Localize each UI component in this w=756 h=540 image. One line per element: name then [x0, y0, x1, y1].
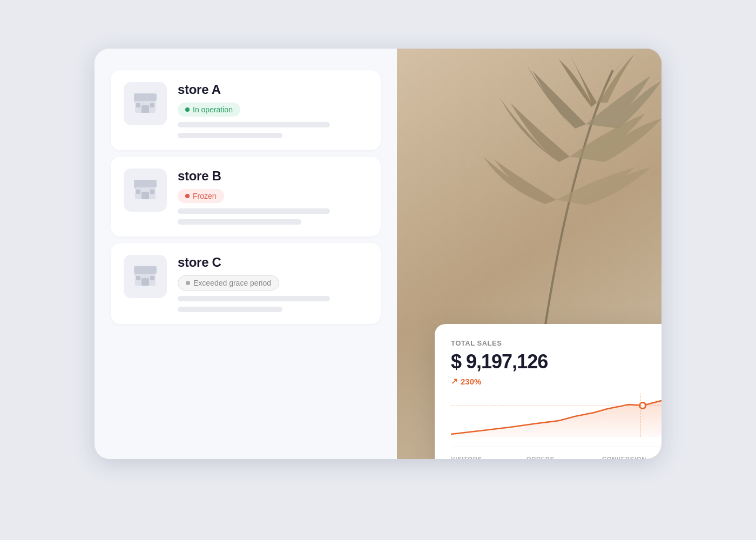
store-icon-c: [124, 255, 167, 298]
skeleton-5: [178, 296, 330, 301]
svg-rect-7: [141, 192, 149, 199]
metric-conversion: CONVERSION 17.06%: [602, 456, 662, 459]
skeleton-3: [178, 208, 330, 214]
growth-pct: 230%: [461, 377, 481, 386]
store-icon-a: [124, 82, 167, 125]
svg-rect-8: [136, 190, 140, 194]
growth-indicator: ↗ 230%: [451, 376, 662, 386]
store-a-status-dot: [185, 107, 190, 112]
store-b-status-dot: [185, 194, 190, 198]
outer-wrapper: store A In operation: [81, 49, 675, 491]
growth-arrow-icon: ↗: [451, 376, 458, 386]
store-list-panel: store A In operation: [94, 49, 397, 459]
store-a-info: store A In operation: [178, 82, 368, 138]
svg-rect-14: [150, 276, 154, 280]
store-c-info: store C Exceeded grace period: [178, 255, 368, 312]
reference-line-v: [640, 394, 641, 437]
svg-rect-13: [136, 276, 140, 280]
main-card: store A In operation: [94, 49, 662, 459]
store-b-name: store B: [178, 168, 368, 184]
skeleton-2: [178, 133, 282, 138]
store-c-name: store C: [178, 255, 368, 270]
svg-rect-12: [141, 278, 149, 286]
reference-line-h: [451, 406, 662, 406]
store-c-status: Exceeded grace period: [178, 275, 279, 291]
skeleton-4: [178, 219, 301, 225]
sales-chart: [451, 394, 662, 437]
store-b-status: Frozen: [178, 189, 224, 203]
svg-rect-10: [134, 266, 157, 274]
metric-visitors: VISITORS 8,102,789: [451, 456, 526, 459]
svg-rect-5: [134, 180, 157, 187]
image-panel: Total Sales $ 9,197,126 ↗ 230%: [397, 49, 662, 459]
conversion-label: CONVERSION: [602, 456, 662, 459]
svg-rect-2: [141, 105, 149, 113]
orders-label: ORDERS: [526, 456, 602, 459]
svg-rect-0: [134, 93, 157, 101]
svg-rect-9: [150, 190, 154, 194]
store-item-c[interactable]: store C Exceeded grace period: [111, 243, 381, 324]
stats-title: Total Sales: [451, 339, 662, 347]
store-a-name: store A: [178, 82, 368, 97]
store-c-status-dot: [186, 281, 190, 285]
visitors-label: VISITORS: [451, 456, 526, 459]
skeleton-1: [178, 122, 330, 127]
total-sales-value: $ 9,197,126: [451, 350, 662, 373]
svg-rect-3: [136, 103, 140, 107]
store-item-b[interactable]: store B Frozen: [111, 157, 381, 237]
store-item-a[interactable]: store A In operation: [111, 70, 381, 150]
stats-metrics: VISITORS 8,102,789 ORDERS 3,286,177 CONV…: [451, 447, 662, 459]
svg-rect-4: [150, 103, 154, 107]
store-b-info: store B Frozen: [178, 168, 368, 225]
metric-orders: ORDERS 3,286,177: [526, 456, 602, 459]
store-icon-b: [124, 168, 167, 212]
skeleton-6: [178, 307, 282, 312]
store-a-status: In operation: [178, 103, 240, 117]
stats-card: Total Sales $ 9,197,126 ↗ 230%: [435, 324, 662, 459]
